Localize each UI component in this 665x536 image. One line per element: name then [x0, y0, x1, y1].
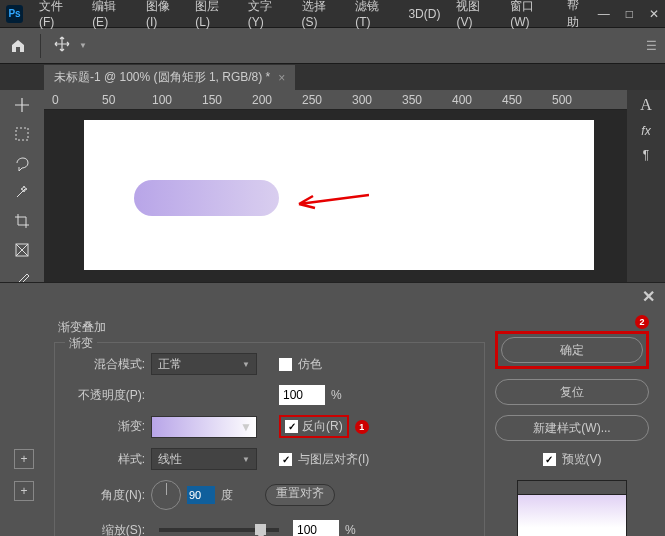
dropdown-icon[interactable]: ▼ [79, 41, 87, 50]
frame-tool[interactable] [10, 240, 34, 261]
add-style-button[interactable]: + [14, 449, 34, 469]
gradient-preview[interactable]: ▼ [151, 416, 257, 438]
annotation-badge-2: 2 [635, 315, 649, 329]
document-tab[interactable]: 未标题-1 @ 100% (圆角矩形 1, RGB/8) * × [44, 65, 295, 90]
angle-label: 角度(N): [65, 487, 145, 504]
blend-mode-value: 正常 [158, 356, 182, 373]
percent-label: % [331, 388, 342, 402]
align-label: 与图层对齐(I) [298, 451, 369, 468]
style-label: 样式: [65, 451, 145, 468]
annotation-badge-1: 1 [355, 420, 369, 434]
layer-style-dialog: ✕ + + 渐变叠加 渐变 混合模式: 正常 ▼ 仿色 [0, 282, 665, 536]
menu-view[interactable]: 视图(V) [448, 0, 502, 29]
menu-window[interactable]: 窗口(W) [502, 0, 559, 29]
move-tool-icon[interactable] [53, 35, 71, 56]
menu-3d[interactable]: 3D(D) [400, 7, 448, 21]
style-value: 线性 [158, 451, 182, 468]
menu-select[interactable]: 选择(S) [294, 0, 348, 29]
percent-label: % [345, 523, 356, 536]
ok-button[interactable]: 确定 [501, 337, 643, 363]
ps-logo: Ps [6, 5, 23, 23]
marquee-tool[interactable] [10, 123, 34, 144]
blend-mode-label: 混合模式: [65, 356, 145, 373]
canvas[interactable] [84, 120, 594, 270]
gradient-label: 渐变: [65, 418, 145, 435]
wand-tool[interactable] [10, 181, 34, 202]
dither-checkbox[interactable] [279, 358, 292, 371]
reverse-label: 反向(R) [302, 418, 343, 435]
chevron-down-icon: ▼ [242, 360, 250, 369]
align-checkbox[interactable] [279, 453, 292, 466]
dither-label: 仿色 [298, 356, 322, 373]
menu-file[interactable]: 文件(F) [31, 0, 84, 29]
preview-thumbnail [517, 480, 627, 536]
tab-title: 未标题-1 @ 100% (圆角矩形 1, RGB/8) * [54, 69, 270, 86]
fieldset-legend: 渐变 [65, 335, 97, 352]
blend-mode-select[interactable]: 正常 ▼ [151, 353, 257, 375]
reverse-checkbox[interactable] [285, 420, 298, 433]
crop-tool[interactable] [10, 211, 34, 232]
rounded-rect-shape[interactable] [134, 180, 279, 216]
opacity-label: 不透明度(P): [65, 387, 145, 404]
menu-help[interactable]: 帮助 [559, 0, 598, 31]
lasso-tool[interactable] [10, 152, 34, 173]
chevron-down-icon: ▼ [242, 455, 250, 464]
reset-button[interactable]: 复位 [495, 379, 649, 405]
svg-rect-0 [16, 128, 28, 140]
menu-layer[interactable]: 图层(L) [187, 0, 240, 29]
fx-panel-icon[interactable]: fx [641, 124, 650, 138]
angle-input[interactable] [187, 486, 215, 504]
minimize-icon[interactable]: — [598, 7, 610, 21]
home-icon[interactable] [8, 36, 28, 56]
menu-image[interactable]: 图像(I) [138, 0, 187, 29]
ruler-horizontal: 0 50 100 150 200 250 300 350 400 450 500 [44, 90, 665, 110]
scale-input[interactable] [293, 520, 339, 536]
type-panel-icon[interactable]: A [640, 96, 652, 114]
opacity-input[interactable] [279, 385, 325, 405]
menu-text[interactable]: 文字(Y) [240, 0, 294, 29]
tab-close-icon[interactable]: × [278, 71, 285, 85]
preview-label: 预览(V) [562, 451, 602, 468]
new-style-button[interactable]: 新建样式(W)... [495, 415, 649, 441]
dialog-close-icon[interactable]: ✕ [642, 287, 655, 306]
paragraph-panel-icon[interactable]: ¶ [643, 148, 649, 162]
menu-edit[interactable]: 编辑(E) [84, 0, 138, 29]
menu-filter[interactable]: 滤镜(T) [347, 0, 400, 29]
reset-align-button[interactable]: 重置对齐 [265, 484, 335, 506]
style-select[interactable]: 线性 ▼ [151, 448, 257, 470]
add-style-button-2[interactable]: + [14, 481, 34, 501]
close-icon[interactable]: ✕ [649, 7, 659, 21]
section-title: 渐变叠加 [58, 319, 485, 336]
degree-label: 度 [221, 487, 233, 504]
preview-checkbox[interactable] [543, 453, 556, 466]
move-tool[interactable] [10, 94, 34, 115]
scale-label: 缩放(S): [65, 522, 145, 537]
chevron-down-icon: ▼ [240, 420, 252, 434]
divider [40, 34, 41, 58]
maximize-icon[interactable]: □ [626, 7, 633, 21]
angle-dial[interactable] [151, 480, 181, 510]
hamburger-icon[interactable]: ☰ [646, 39, 657, 53]
scale-slider[interactable] [159, 528, 279, 532]
annotation-arrow [289, 190, 369, 210]
